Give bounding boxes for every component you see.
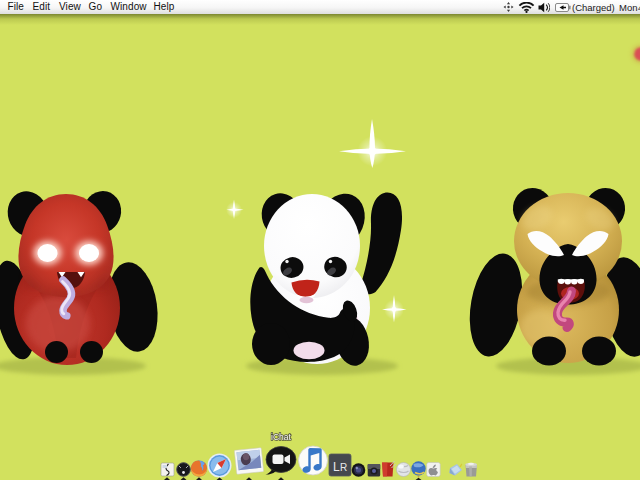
svg-text:L: L: [333, 460, 340, 474]
svg-text:iChat: iChat: [271, 432, 291, 442]
svg-text:R: R: [340, 462, 347, 473]
